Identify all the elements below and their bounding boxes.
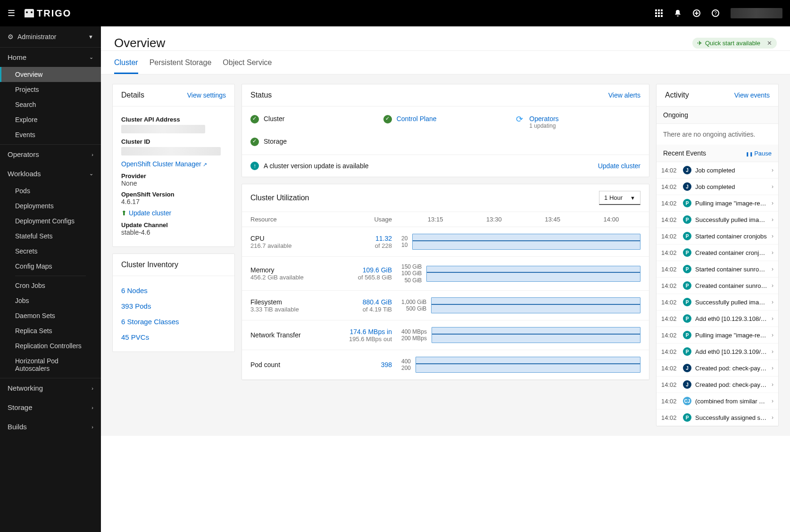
event-message: Pulling image "image-reg… <box>695 200 768 207</box>
bell-icon[interactable] <box>674 9 682 17</box>
redacted-api-address <box>121 125 205 133</box>
event-row[interactable]: 14:02PStarted container sunroc…› <box>657 261 778 278</box>
inventory-link[interactable]: 45 PVCs <box>121 329 226 345</box>
nav-section-storage[interactable]: Storage› <box>0 398 101 417</box>
nav-item-replica-sets[interactable]: Replica Sets <box>0 323 101 338</box>
status-item-operators[interactable]: ⟳Operators1 updating <box>516 115 640 129</box>
chevron-right-icon: › <box>772 365 773 371</box>
event-row[interactable]: 14:02PPulling image "image-reg…› <box>657 327 778 344</box>
event-row[interactable]: 14:02JJob completed› <box>657 179 778 195</box>
event-time: 14:02 <box>661 249 679 256</box>
tab-cluster[interactable]: Cluster <box>114 58 138 74</box>
nav-item-config-maps[interactable]: Config Maps <box>0 259 101 274</box>
event-row[interactable]: 14:02PSuccessfully assigned su…› <box>657 409 778 426</box>
tab-object-service[interactable]: Object Service <box>223 58 272 74</box>
event-message: Created container cronjo… <box>695 249 768 256</box>
resource-badge: P <box>683 331 691 339</box>
nav-item-projects[interactable]: Projects <box>0 82 101 97</box>
quickstart-badge[interactable]: ✈ Quick start available ✕ <box>692 38 777 49</box>
nav-item-daemon-sets[interactable]: Daemon Sets <box>0 308 101 323</box>
nav-item-events[interactable]: Events <box>0 127 101 142</box>
status-item-control-plane[interactable]: Control Plane <box>383 115 508 129</box>
sparkline-chart[interactable] <box>432 327 640 343</box>
nav-item-cron-jobs[interactable]: Cron Jobs <box>0 278 101 293</box>
chevron-right-icon: › <box>772 183 773 190</box>
status-name: Control Plane <box>397 115 437 123</box>
resource-badge: P <box>683 347 691 356</box>
event-row[interactable]: 14:02JCreated pod: check-pay…› <box>657 376 778 393</box>
pause-button[interactable]: Pause <box>746 150 772 157</box>
nav-section-networking[interactable]: Networking› <box>0 378 101 398</box>
event-row[interactable]: 14:02PStarted container cronjobs› <box>657 228 778 245</box>
event-message: Created pod: check-pay… <box>695 381 768 388</box>
sparkline-chart[interactable] <box>426 266 640 282</box>
nav-item-search[interactable]: Search <box>0 97 101 112</box>
ocm-link[interactable]: OpenShift Cluster Manager <box>121 160 226 168</box>
nav-section-operators[interactable]: Operators› <box>0 145 101 164</box>
ongoing-header: Ongoing <box>657 106 778 124</box>
inventory-link[interactable]: 6 Storage Classes <box>121 314 226 329</box>
util-value[interactable]: 11.32 <box>345 235 392 242</box>
nav-item-stateful-sets[interactable]: Stateful Sets <box>0 229 101 244</box>
nav-item-replication-controllers[interactable]: Replication Controllers <box>0 338 101 353</box>
event-time: 14:02 <box>661 299 679 306</box>
apps-icon[interactable] <box>655 9 663 17</box>
time-range-dropdown[interactable]: 1 Hour ▼ <box>599 191 640 205</box>
util-value[interactable]: 398 <box>345 361 392 368</box>
inventory-link[interactable]: 6 Nodes <box>121 283 226 298</box>
util-value[interactable]: 174.6 MBps in <box>345 328 392 336</box>
chevron-right-icon: › <box>772 200 773 206</box>
util-ticks: 150 GiB100 GiB50 GiB <box>401 263 422 284</box>
menu-toggle-icon[interactable]: ☰ <box>8 8 15 18</box>
chevron-right-icon: › <box>772 332 773 338</box>
util-value[interactable]: 880.4 GiB <box>345 298 392 306</box>
nav-item-jobs[interactable]: Jobs <box>0 293 101 308</box>
status-update-msg: A cluster version update is available <box>264 162 369 170</box>
perspective-switcher[interactable]: ⚙Administrator ▼ <box>0 26 101 48</box>
nav-item-overview[interactable]: Overview <box>0 67 101 82</box>
sparkline-chart[interactable] <box>416 357 640 373</box>
nav-item-secrets[interactable]: Secrets <box>0 244 101 259</box>
nav-section-builds[interactable]: Builds› <box>0 417 101 436</box>
view-alerts-link[interactable]: View alerts <box>608 91 640 99</box>
help-icon[interactable]: ? <box>712 9 719 17</box>
plus-icon[interactable] <box>693 9 700 17</box>
view-settings-link[interactable]: View settings <box>187 91 226 99</box>
view-events-link[interactable]: View events <box>734 91 770 99</box>
nav-item-pods[interactable]: Pods <box>0 183 101 198</box>
page-tabs: ClusterPersistent StorageObject Service <box>101 51 790 74</box>
svg-text:?: ? <box>714 11 717 16</box>
event-row[interactable]: 14:02PCreated container cronjo…› <box>657 245 778 261</box>
tab-persistent-storage[interactable]: Persistent Storage <box>150 58 212 74</box>
event-row[interactable]: 14:02PPulling image "image-reg…› <box>657 195 778 212</box>
util-of: of 228 <box>345 242 392 249</box>
util-value[interactable]: 109.6 GiB <box>345 266 392 274</box>
event-row[interactable]: 14:02PSuccessfully pulled imag…› <box>657 294 778 311</box>
nav-item-horizontal-pod-autoscalers[interactable]: Horizontal Pod Autoscalers <box>0 353 101 376</box>
event-row[interactable]: 14:02JJob completed› <box>657 162 778 179</box>
event-row[interactable]: 14:02PCreated container sunroc…› <box>657 278 778 294</box>
inventory-link[interactable]: 393 Pods <box>121 298 226 314</box>
brand-logo[interactable]: TRIGO <box>25 8 71 19</box>
event-row[interactable]: 14:02CJ(combined from similar …› <box>657 393 778 409</box>
event-row[interactable]: 14:02PSuccessfully pulled imag…› <box>657 212 778 228</box>
update-cluster-link[interactable]: Update cluster <box>121 209 226 217</box>
label-cluster-id: Cluster ID <box>121 138 226 145</box>
event-row[interactable]: 14:02JCreated pod: check-pay…› <box>657 360 778 376</box>
event-row[interactable]: 14:02PAdd eth0 [10.129.3.109/23]› <box>657 344 778 360</box>
status-update-link[interactable]: Update cluster <box>598 162 640 170</box>
nav-item-deployment-configs[interactable]: Deployment Configs <box>0 213 101 229</box>
nav-section-workloads[interactable]: Workloads⌄ <box>0 164 101 183</box>
nav-section-home[interactable]: Home⌄ <box>0 48 101 67</box>
nav-item-explore[interactable]: Explore <box>0 112 101 127</box>
robot-icon <box>25 9 34 17</box>
user-menu[interactable] <box>731 8 782 18</box>
event-row[interactable]: 14:02PAdd eth0 [10.129.3.108/23]› <box>657 311 778 327</box>
close-icon[interactable]: ✕ <box>767 40 772 47</box>
sparkline-chart[interactable] <box>431 297 640 313</box>
event-message: Created pod: check-pay… <box>695 365 768 372</box>
sparkline-chart[interactable] <box>412 234 640 250</box>
nav-item-deployments[interactable]: Deployments <box>0 198 101 213</box>
status-title: Status <box>250 91 272 99</box>
util-ticks: 2010 <box>401 235 407 249</box>
